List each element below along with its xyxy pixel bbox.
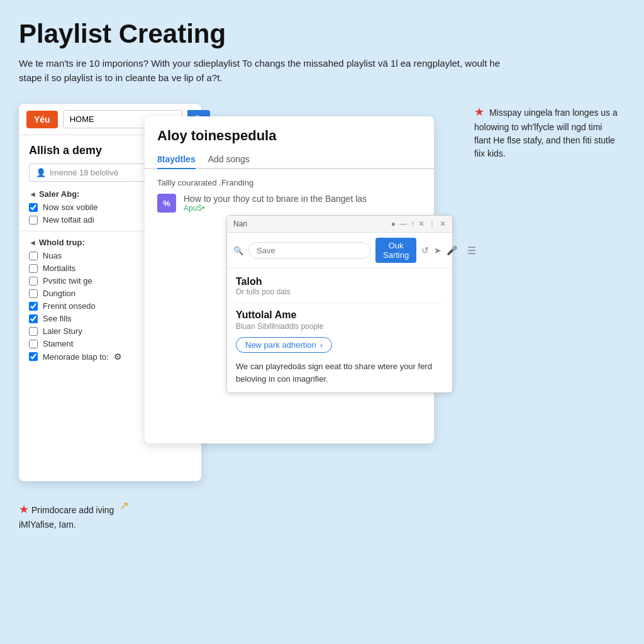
hamburger-icon[interactable]: ☰ bbox=[467, 245, 476, 257]
minimize-icon[interactable]: ● bbox=[391, 219, 396, 228]
tab-add-songs[interactable]: Add songs bbox=[208, 150, 250, 168]
tabs-bar: 8taydtles Add songs bbox=[145, 144, 434, 169]
page-description: We te man'ts ire 10 imporions? With your… bbox=[19, 57, 509, 85]
checkbox-now-sox[interactable] bbox=[29, 203, 38, 212]
inner-search-bar: 🔍 Ouk Sarting ↺ ➤ 🎤 ☰ bbox=[227, 233, 452, 269]
tab-8taydtles[interactable]: 8taydtles bbox=[157, 150, 196, 169]
close-icon[interactable]: ✕ bbox=[440, 219, 446, 228]
menu-icon[interactable]: ⋮ bbox=[428, 219, 436, 228]
inner-window: Nan ● — ↑ ✕ ⋮ ✕ 🔍 Ouk Sarting ↺ ➤ bbox=[226, 215, 453, 393]
checkbox-laler[interactable] bbox=[29, 327, 38, 336]
callout-bottom-text: Primdocare add iving iMlYafise, Iam. bbox=[19, 505, 114, 530]
checkbox-frennt[interactable] bbox=[29, 302, 38, 311]
song-info: How to your thoy cut to bnare in the Ban… bbox=[184, 194, 421, 213]
right-panel-title: Aloy toinespedula bbox=[145, 116, 434, 144]
filter-label-stament: Stament bbox=[43, 339, 73, 348]
filter-label-2: New tolfait adi bbox=[43, 215, 94, 225]
inner-description: We can playredoäs sign eeat tto share wt… bbox=[236, 360, 443, 385]
song-title: How to your thoy cut to bnare in the Ban… bbox=[184, 194, 421, 204]
chevron-icon-2: ◄ bbox=[29, 238, 36, 247]
forward-icon[interactable]: ➤ bbox=[434, 245, 441, 255]
checkbox-nuas[interactable] bbox=[29, 252, 38, 260]
star-icon-top: ★ bbox=[474, 106, 484, 118]
star-icon-bottom: ★ bbox=[19, 503, 29, 516]
checkbox-see-fills[interactable] bbox=[29, 314, 38, 323]
callout-bottom-left: ★ Primdocare add iving iMlYafise, Iam. bbox=[19, 501, 151, 531]
filter-label-laler: Laler Stury bbox=[43, 326, 82, 336]
inner-search-input[interactable] bbox=[248, 242, 370, 259]
yeu-button[interactable]: Yéu bbox=[26, 111, 58, 128]
filter-label-frennt: Frennt onsedo bbox=[43, 301, 96, 311]
filter-label-1: Now sox vobile bbox=[43, 203, 97, 212]
checkbox-new-tolfait[interactable] bbox=[29, 216, 38, 225]
expand-icon[interactable]: ↑ bbox=[411, 219, 414, 228]
inner-item2-sub: Bluan Sibilllniaddls poople bbox=[236, 322, 443, 331]
panel-search-hint: Imenné 18 belolivé bbox=[50, 168, 118, 177]
filter-label-pvsitic: Pvsitic twit ge bbox=[43, 276, 92, 286]
song-icon: % bbox=[157, 194, 176, 213]
song-meta: ApuS• bbox=[184, 204, 421, 213]
new-park-button[interactable]: New park adhertion › bbox=[236, 337, 332, 353]
inner-window-bar: Nan ● — ↑ ✕ ⋮ ✕ bbox=[227, 216, 452, 233]
checkbox-pvsitic[interactable] bbox=[29, 277, 38, 286]
filter-label-see-fills: See fills bbox=[43, 314, 72, 323]
right-panel-content: Tallly courarated .Franding % How to you… bbox=[145, 169, 434, 229]
inner-item2-title: Yuttolal Ame bbox=[236, 309, 443, 321]
window-controls: ● — ↑ ✕ ⋮ ✕ bbox=[391, 219, 446, 228]
mic-icon[interactable]: 🎤 bbox=[447, 245, 457, 255]
main-area: Yéu 🔍 ✕ Allish a demy 👤 Imenné 18 beloli… bbox=[19, 104, 625, 481]
content-label: Tallly courarated .Franding bbox=[157, 178, 421, 187]
page-title: Playlist Creating bbox=[19, 19, 625, 49]
filter-label-menorade: Menorade blap to: bbox=[43, 352, 109, 362]
settings-icon: ⚙ bbox=[114, 352, 122, 362]
bottom-arrow: ↗ bbox=[119, 499, 129, 513]
x-icon[interactable]: ✕ bbox=[418, 219, 425, 228]
callout-top-right: ★ Misspay uingela fran longes us a holow… bbox=[474, 104, 619, 160]
filter-label-dungtion: Dungtion bbox=[43, 289, 75, 298]
inner-bar-title: Nan bbox=[233, 219, 247, 228]
inner-window-body: Taloh Or tulls poo dals Yuttolal Ame Blu… bbox=[227, 269, 452, 392]
refresh-icon[interactable]: ↺ bbox=[421, 245, 429, 255]
user-icon: 👤 bbox=[36, 168, 46, 177]
inner-item1-title: Taloh bbox=[236, 276, 443, 287]
maximize-icon[interactable]: — bbox=[399, 219, 407, 228]
song-card: % How to your thoy cut to bnare in the B… bbox=[157, 194, 421, 213]
chevron-icon: ◄ bbox=[29, 190, 36, 199]
inner-search-icon: 🔍 bbox=[233, 246, 243, 255]
chevron-right-icon: › bbox=[320, 340, 323, 350]
right-panel: Aloy toinespedula 8taydtles Add songs Ta… bbox=[145, 116, 434, 443]
checkbox-dungtion[interactable] bbox=[29, 289, 38, 298]
checkbox-stament[interactable] bbox=[29, 340, 38, 348]
inner-item1-sub: Or tulls poo dals bbox=[236, 287, 443, 296]
filter-label-mortialits: Mortialits bbox=[43, 264, 75, 273]
filter-label-nuas: Nuas bbox=[43, 251, 62, 260]
checkbox-menorade[interactable] bbox=[29, 352, 38, 361]
callout-top-text: Misspay uingela fran longes us a holowin… bbox=[474, 108, 618, 158]
ouk-sarting-button[interactable]: Ouk Sarting bbox=[375, 238, 416, 263]
checkbox-mortialits[interactable] bbox=[29, 264, 38, 273]
